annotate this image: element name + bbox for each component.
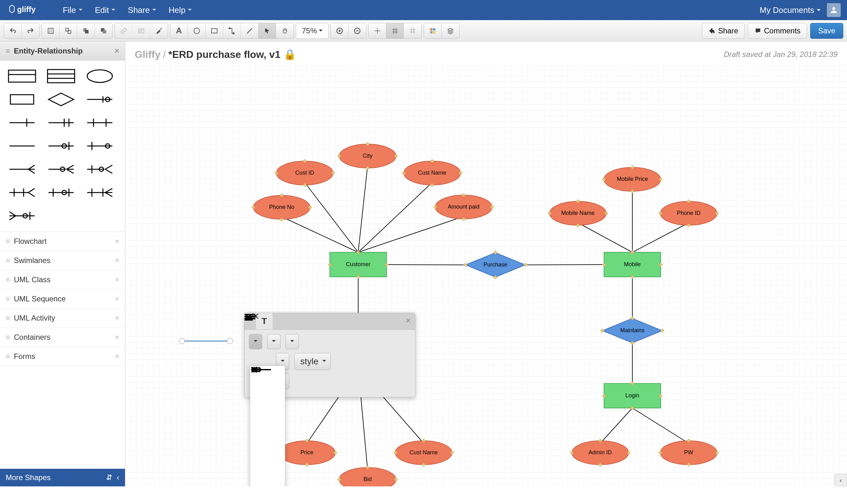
close-icon[interactable]: × — [115, 294, 119, 303]
zoom-selector[interactable]: 75% — [296, 23, 329, 39]
fit-button[interactable] — [42, 23, 59, 38]
guides-button[interactable] — [404, 23, 421, 38]
shape-one-one-many[interactable] — [84, 183, 116, 202]
share-button[interactable]: Share — [702, 23, 745, 39]
more-shapes-bar[interactable]: More Shapes ⇵ ‹ — [0, 469, 125, 486]
save-button[interactable]: Save — [810, 23, 843, 39]
pointer-tool[interactable] — [259, 23, 276, 38]
show-grid-button[interactable] — [386, 23, 404, 38]
svg-rect-33 — [433, 31, 435, 33]
end-arrow-selector[interactable] — [267, 334, 280, 349]
line-style-selector[interactable]: style — [294, 353, 331, 370]
line-tool[interactable] — [241, 23, 259, 38]
arrow-block[interactable] — [250, 429, 285, 445]
expand-panels-icon[interactable]: ⇵ — [106, 473, 112, 482]
diagram-svg[interactable]: CityCust IDCust NamePhone NoAmount paidM… — [125, 65, 847, 486]
panel-flowchart[interactable]: ≡Flowchart× — [0, 232, 125, 251]
panel-uml-class[interactable]: ≡UML Class× — [0, 270, 125, 289]
redo-button[interactable] — [22, 23, 39, 38]
arrow-many-zero[interactable] — [250, 445, 285, 460]
group-button[interactable] — [59, 23, 77, 38]
close-icon[interactable]: × — [115, 352, 119, 361]
front-button[interactable] — [77, 23, 95, 38]
paint-button[interactable] — [150, 23, 168, 38]
svg-line-81 — [282, 217, 358, 252]
shape-diamond[interactable] — [45, 90, 77, 109]
shape-entity-3row[interactable] — [45, 67, 77, 86]
back-button[interactable] — [95, 23, 112, 38]
shape-zero-many[interactable] — [45, 160, 77, 179]
text-tool[interactable]: A — [170, 23, 188, 38]
undo-redo-group — [4, 23, 40, 39]
arrow-solid[interactable] — [250, 382, 285, 397]
close-icon[interactable]: × — [115, 256, 119, 265]
panel-swimlanes[interactable]: ≡Swimlanes× — [0, 251, 125, 270]
close-icon[interactable]: × — [115, 237, 119, 246]
theme-button[interactable] — [424, 23, 442, 38]
draft-status: Draft saved at Jan 29, 2018 22:39 — [724, 50, 837, 59]
close-icon[interactable]: × — [114, 46, 119, 56]
chevron-down-icon — [188, 7, 192, 14]
shape-entity[interactable] — [6, 67, 38, 86]
my-documents-link[interactable]: My Documents — [760, 5, 820, 15]
snap-grid-button[interactable] — [369, 23, 386, 38]
gliffy-logo[interactable]: gliffy — [6, 4, 57, 16]
shape-one-zero-many[interactable] — [84, 160, 116, 179]
svg-text:Mobile Price: Mobile Price — [617, 176, 648, 182]
shape-one-zero[interactable] — [84, 137, 116, 156]
circle-tool[interactable] — [188, 23, 206, 38]
shape-crowsfoot-zero-one[interactable] — [84, 90, 116, 109]
shape-ellipse[interactable] — [84, 67, 116, 86]
close-icon[interactable]: × — [115, 314, 119, 323]
panel-uml-activity[interactable]: ≡UML Activity× — [0, 309, 125, 328]
svg-text:Bid: Bid — [364, 476, 372, 482]
layers-button[interactable] — [442, 23, 459, 38]
shape-many-zero-one[interactable] — [6, 206, 38, 225]
document-title[interactable]: *ERD purchase flow, v1 — [169, 49, 280, 60]
shape-zero-one[interactable] — [45, 137, 77, 156]
menu-edit[interactable]: Edit — [89, 2, 122, 18]
zoom-in-button[interactable] — [331, 23, 349, 38]
panel-containers[interactable]: ≡Containers× — [0, 328, 125, 347]
arrow-hollow[interactable] — [250, 413, 285, 429]
close-icon[interactable]: × — [401, 313, 415, 329]
close-icon[interactable]: × — [115, 333, 119, 342]
collapse-sidebar-icon[interactable]: ‹ — [117, 473, 119, 482]
menu-file[interactable]: File — [57, 2, 89, 18]
shape-one-many[interactable] — [6, 183, 38, 202]
rect-tool[interactable] — [206, 23, 223, 38]
panel-forms[interactable]: ≡Forms× — [0, 347, 125, 366]
shape-double-one[interactable] — [84, 113, 116, 132]
arrow-many-one[interactable] — [250, 460, 285, 476]
menu-help[interactable]: Help — [162, 2, 198, 18]
shape-one-zero-one[interactable] — [45, 183, 77, 202]
active-panel-header[interactable]: ≡ Entity-Relationship × — [0, 41, 125, 60]
canvas-area: Gliffy / *ERD purchase flow, v1 🔒 Draft … — [125, 41, 847, 486]
svg-rect-34 — [8, 70, 36, 82]
start-arrow-selector[interactable] — [249, 334, 262, 349]
menu-share[interactable]: Share — [122, 2, 162, 18]
canvas-expand-button[interactable]: ‹ — [834, 474, 847, 486]
line-color-selector[interactable] — [285, 334, 299, 349]
shape-many-any[interactable] — [6, 160, 38, 179]
svg-text:Phone ID: Phone ID — [677, 210, 700, 216]
pan-tool[interactable] — [276, 23, 294, 38]
svg-text:Amount paid: Amount paid — [447, 203, 479, 210]
panel-uml-sequence[interactable]: ≡UML Sequence× — [0, 289, 125, 309]
shape-one-one[interactable] — [45, 113, 77, 132]
comments-button[interactable]: Comments — [748, 23, 807, 39]
zoom-out-button[interactable] — [349, 23, 366, 38]
user-avatar[interactable] — [827, 3, 841, 17]
close-icon[interactable]: × — [115, 275, 119, 284]
arrow-many[interactable] — [250, 476, 285, 486]
shape-one[interactable] — [6, 113, 38, 132]
connector-tool[interactable] — [223, 23, 241, 38]
arrow-dropdown[interactable] — [250, 365, 285, 486]
shape-line-plain[interactable] — [6, 137, 38, 156]
svg-text:PW: PW — [684, 449, 693, 455]
diagram-canvas[interactable]: CityCust IDCust NamePhone NoAmount paidM… — [125, 65, 847, 486]
shape-rect[interactable] — [6, 90, 38, 109]
undo-button[interactable] — [4, 23, 22, 38]
arrow-thin[interactable] — [250, 397, 285, 413]
breadcrumb-root[interactable]: Gliffy — [135, 49, 160, 60]
